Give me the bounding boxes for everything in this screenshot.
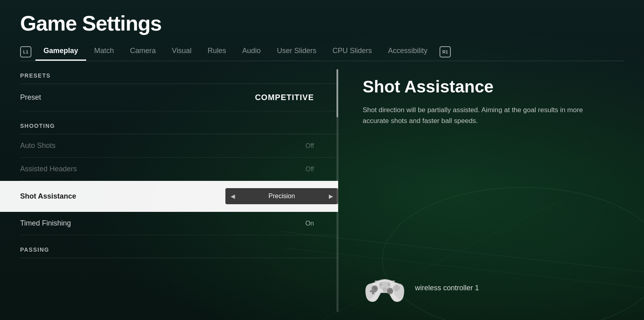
timed-finishing-value: On bbox=[305, 220, 314, 227]
tab-visual[interactable]: Visual bbox=[164, 43, 200, 61]
setting-row-assisted-headers[interactable]: Assisted Headers Off bbox=[20, 158, 338, 181]
tab-cpu-sliders[interactable]: CPU Sliders bbox=[324, 43, 380, 61]
svg-point-16 bbox=[388, 283, 390, 286]
scroll-thumb bbox=[336, 69, 338, 117]
controller-label: wireless controller 1 bbox=[415, 284, 479, 292]
auto-shots-value: Off bbox=[305, 142, 314, 150]
svg-point-13 bbox=[393, 286, 396, 289]
shot-assistance-label: Shot Assistance bbox=[20, 192, 76, 201]
auto-shots-label: Auto Shots bbox=[20, 142, 56, 150]
controller-icon bbox=[363, 272, 407, 304]
assisted-headers-value: Off bbox=[305, 166, 314, 173]
tab-camera[interactable]: Camera bbox=[122, 43, 164, 61]
assisted-headers-label: Assisted Headers bbox=[20, 165, 77, 173]
shot-assistance-selector[interactable]: ◀ Precision ▶ bbox=[225, 188, 338, 204]
svg-rect-10 bbox=[372, 288, 374, 294]
selector-left-arrow[interactable]: ◀ bbox=[225, 188, 240, 204]
svg-point-15 bbox=[383, 288, 387, 292]
info-title: Shot Assistance bbox=[363, 77, 620, 96]
scroll-bar[interactable] bbox=[336, 69, 338, 312]
svg-point-17 bbox=[380, 283, 382, 286]
info-content: Shot Assistance Shot direction will be p… bbox=[363, 77, 620, 126]
setting-row-timed-finishing[interactable]: Timed Finishing On bbox=[20, 212, 338, 235]
tab-rules[interactable]: Rules bbox=[200, 43, 234, 61]
presets-section-header: PRESETS bbox=[20, 61, 338, 84]
tab-accessibility[interactable]: Accessibility bbox=[380, 43, 436, 61]
svg-point-14 bbox=[396, 286, 400, 289]
selector-current-value: Precision bbox=[240, 193, 324, 200]
shooting-section-header: SHOOTING bbox=[20, 111, 338, 134]
r1-badge: R1 bbox=[440, 46, 451, 57]
info-panel: Shot Assistance Shot direction will be p… bbox=[339, 61, 644, 320]
selector-right-arrow[interactable]: ▶ bbox=[324, 188, 338, 204]
setting-row-auto-shots[interactable]: Auto Shots Off bbox=[20, 134, 338, 158]
preset-value: COMPETITIVE bbox=[255, 93, 314, 102]
tab-match[interactable]: Match bbox=[86, 43, 122, 61]
tab-gameplay[interactable]: Gameplay bbox=[35, 43, 86, 61]
main-content: PRESETS Preset COMPETITIVE SHOOTING Auto… bbox=[0, 61, 644, 320]
svg-point-8 bbox=[388, 289, 392, 293]
preset-label: Preset bbox=[20, 93, 41, 102]
header: Game Settings L1 Gameplay Match Camera V… bbox=[0, 0, 644, 61]
l1-badge: L1 bbox=[20, 46, 31, 57]
tab-user-sliders[interactable]: User Sliders bbox=[269, 43, 324, 61]
passing-section-header: PASSING bbox=[20, 235, 338, 258]
page-title: Game Settings bbox=[20, 11, 624, 35]
preset-row[interactable]: Preset COMPETITIVE bbox=[20, 84, 338, 111]
svg-rect-18 bbox=[375, 281, 395, 282]
setting-row-shot-assistance[interactable]: Shot Assistance ◀ Precision ▶ bbox=[0, 181, 338, 212]
nav-tabs: L1 Gameplay Match Camera Visual Rules Au… bbox=[20, 43, 624, 61]
info-description: Shot direction will be partially assiste… bbox=[363, 105, 596, 126]
tab-audio[interactable]: Audio bbox=[234, 43, 269, 61]
controller-section: wireless controller 1 bbox=[363, 272, 620, 304]
timed-finishing-label: Timed Finishing bbox=[20, 219, 71, 228]
settings-panel: PRESETS Preset COMPETITIVE SHOOTING Auto… bbox=[0, 61, 338, 320]
